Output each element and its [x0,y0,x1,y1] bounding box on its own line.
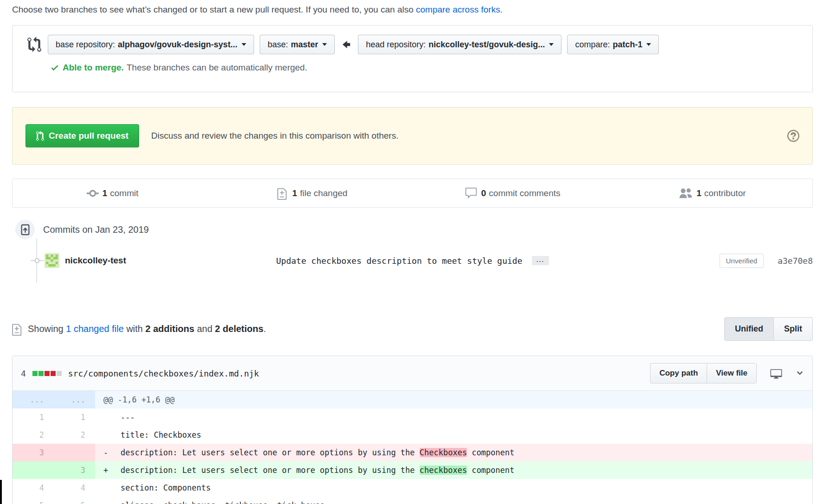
old-line-number: 3 [13,444,54,461]
commits-date-heading: Commits on Jan 23, 2019 [43,224,149,235]
collapse-file-chevron-icon[interactable] [796,369,804,378]
create-pull-request-label: Create pull request [49,131,128,141]
code-text: --- [121,413,135,422]
commits-stat[interactable]: 1 commit [13,179,212,207]
split-view-button[interactable]: Split [774,317,813,341]
old-line-gutter: ... [13,391,54,408]
base-repository-value: alphagov/govuk-design-syst... [118,40,237,50]
diff-table: ... ... @@ -1,6 +1,6 @@ 1 1 --- 2 2 titl… [13,391,812,504]
hunk-header-text: @@ -1,6 +1,6 @@ [95,391,812,408]
commit-message-link[interactable]: Update checkboxes description to meet st… [276,256,522,266]
unverified-badge[interactable]: Unverified [720,254,764,268]
screen-edge-artifact [0,480,2,504]
compare-across-forks-link[interactable]: compare across forks [416,5,500,14]
diff-deletion-row: 3 -description: Let users select one or … [13,444,812,461]
code-line: aliases: check boxes, tickboxes, tick bo… [95,497,812,504]
summary-and: and [197,324,212,334]
create-pull-request-button[interactable]: Create pull request [26,124,139,147]
commit-sha-link[interactable]: a3e70e8 [778,256,813,266]
new-line-number: 3 [54,461,95,479]
chevron-down-icon [549,43,554,46]
commit-comments-stat[interactable]: 0 commit comments [413,179,612,207]
changed-file-link[interactable]: 1 changed file [66,324,124,334]
base-branch-value: master [291,40,318,50]
code-text: description: Let users select one or mor… [121,466,420,475]
new-line-number: 5 [54,497,95,504]
addition-sign: + [103,461,121,479]
git-compare-icon [27,37,41,52]
comparison-stats-bar: 1 commit 1 file changed 0 commit comment… [12,179,813,208]
avatar[interactable] [45,253,59,268]
base-branch-dropdown[interactable]: base: master [260,35,335,54]
added-word-highlight: checkboxes [420,466,467,475]
commits-count: 1 [102,188,108,198]
code-text: aliases: check boxes, tickboxes, tick bo… [121,501,325,504]
code-line: section: Components [95,479,812,497]
new-line-number: 1 [54,408,95,426]
merge-status-bold: Able to merge. [63,63,124,73]
base-branch-label: base: [268,40,288,50]
commit-row: nickcolley-test Update checkboxes descri… [12,250,813,271]
arrow-left-icon [341,38,351,51]
file-diff-card: 4 src/components/checkboxes/index.md.njk… [12,356,813,504]
branch-selector-panel: base repository: alphagov/govuk-design-s… [12,25,813,92]
new-line-number: 2 [54,426,95,444]
head-repository-dropdown[interactable]: head repository: nickcolley-test/govuk-d… [358,35,561,54]
code-text: title: Checkboxes [121,430,201,440]
diff-hunk-row: ... ... @@ -1,6 +1,6 @@ [13,391,812,408]
diff-icon [277,186,288,200]
intro-period: . [500,5,503,14]
base-repository-dropdown[interactable]: base repository: alphagov/govuk-design-s… [48,35,254,54]
deletion-sign: - [103,444,121,461]
summary-showing: Showing [28,324,64,334]
base-repository-label: base repository: [56,40,115,50]
check-icon [51,63,59,72]
contributors-stat[interactable]: 1 contributor [612,179,812,207]
view-file-button[interactable]: View file [707,363,757,383]
commits-section: Commits on Jan 23, 2019 nickcolley-test … [12,220,813,285]
diff-context-row: 5 5 aliases: check boxes, tickboxes, tic… [13,497,812,504]
files-changed-label: file changed [300,188,347,198]
file-path-link[interactable]: src/components/checkboxes/index.md.njk [68,369,259,378]
summary-period: . [263,324,266,334]
intro-text: Choose two branches to see what’s change… [12,5,813,15]
diff-view-toggle: Unified Split [724,317,813,341]
rich-diff-icon[interactable] [770,368,783,379]
repo-push-icon [15,220,35,239]
commit-author-link[interactable]: nickcolley-test [65,255,126,266]
people-icon [679,187,693,200]
commits-label: commit [110,188,138,198]
code-text: component [467,448,514,457]
code-line: -description: Let users select one or mo… [95,444,812,461]
commit-icon [87,186,99,200]
code-text: component [467,466,514,475]
chevron-down-icon [242,43,246,46]
commit-comments-label: commit comments [489,188,560,198]
compare-branch-value: patch-1 [612,40,642,50]
code-line: +description: Let users select one or mo… [95,461,812,479]
contributors-count: 1 [696,188,702,198]
files-changed-count: 1 [292,188,297,198]
merge-status: Able to merge. These branches can be aut… [51,63,803,73]
copy-path-button[interactable]: Copy path [650,363,707,383]
files-changed-stat[interactable]: 1 file changed [212,179,412,207]
banner-description: Discuss and review the changes in this c… [151,131,398,141]
unified-view-button[interactable]: Unified [724,317,774,341]
head-repository-label: head repository: [366,40,426,50]
diff-context-row: 4 4 section: Components [13,479,812,497]
summary-with: with [126,324,143,334]
compare-branch-dropdown[interactable]: compare: patch-1 [567,35,659,54]
diff-summary-row: Showing 1 changed file with 2 additions … [12,317,813,341]
compare-branch-label: compare: [575,40,610,50]
new-line-number: 4 [54,479,95,497]
summary-text: Showing 1 changed file with 2 additions … [28,324,266,334]
diffstat-blocks-icon [32,371,62,376]
help-icon[interactable] [787,129,799,143]
expand-commit-message-button[interactable]: … [532,256,549,265]
old-line-number: 4 [13,479,54,497]
commit-comments-count: 0 [481,188,486,198]
merge-status-text: These branches can be automatically merg… [127,63,307,73]
old-line-number [13,461,54,479]
old-line-number: 2 [13,426,54,444]
intro-sentence: Choose two branches to see what’s change… [12,5,414,14]
